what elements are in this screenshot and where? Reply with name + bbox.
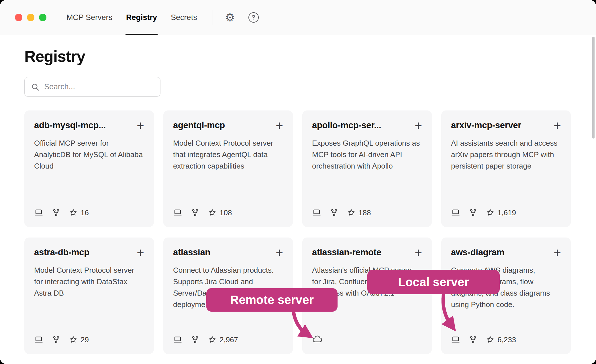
settings-button[interactable]: ⚙ [224, 11, 236, 24]
toolbar-divider [213, 10, 213, 25]
star-icon [208, 208, 217, 217]
laptop-icon [34, 335, 43, 344]
laptop-icon [173, 208, 182, 217]
traffic-lights [15, 14, 46, 21]
server-name: apollo-mcp-ser... [312, 120, 381, 130]
server-description: Model Context Protocol server for intera… [34, 264, 144, 335]
tab-mcp-servers[interactable]: MCP Servers [60, 0, 119, 35]
gear-icon: ⚙ [225, 12, 235, 23]
tab-registry[interactable]: Registry [119, 0, 164, 35]
vertical-scrollbar[interactable] [592, 37, 595, 139]
git-fork-icon [330, 208, 338, 217]
server-description: Exposes GraphQL operations as MCP tools … [312, 137, 422, 208]
local-server-callout: Local server [367, 270, 500, 294]
server-grid: adb-mysql-mcp... + Official MCP server f… [24, 110, 571, 354]
star-count: 2,967 [219, 335, 238, 344]
star-icon [486, 335, 495, 344]
close-window-button[interactable] [15, 14, 22, 21]
page-title: Registry [24, 47, 571, 66]
add-server-button[interactable]: + [554, 121, 561, 130]
server-name: arxiv-mcp-server [451, 120, 521, 130]
search-icon [31, 83, 40, 91]
server-name: atlassian [173, 247, 210, 258]
laptop-icon [312, 208, 321, 217]
git-fork-icon [191, 335, 199, 344]
card-adb-mysql-mcp[interactable]: adb-mysql-mcp... + Official MCP server f… [24, 110, 154, 227]
remote-server-callout: Remote server [206, 288, 338, 312]
server-name: agentql-mcp [173, 120, 225, 130]
tab-secrets[interactable]: Secrets [164, 0, 204, 35]
git-fork-icon [469, 208, 477, 217]
star-count: 1,619 [497, 208, 516, 217]
toolbar: MCP Servers Registry Secrets ⚙ ? [0, 0, 596, 35]
search-input[interactable] [44, 82, 154, 91]
card-agentql-mcp[interactable]: agentql-mcp + Model Context Protocol ser… [163, 110, 293, 227]
git-fork-icon [191, 208, 199, 217]
main-nav: MCP Servers Registry Secrets [60, 0, 204, 35]
laptop-icon [451, 208, 460, 217]
laptop-icon [451, 335, 460, 344]
star-count: 188 [358, 208, 371, 217]
add-server-button[interactable]: + [276, 121, 283, 130]
add-server-button[interactable]: + [276, 248, 283, 257]
star-count: 108 [219, 208, 232, 217]
star-count: 29 [81, 335, 89, 344]
git-fork-icon [52, 335, 60, 344]
card-arxiv-mcp-server[interactable]: arxiv-mcp-server + AI assistants search … [441, 110, 571, 227]
help-button[interactable]: ? [247, 11, 260, 24]
star-count: 6,233 [497, 335, 516, 344]
zoom-window-button[interactable] [39, 14, 46, 21]
git-fork-icon [52, 208, 60, 217]
add-server-button[interactable]: + [137, 121, 144, 130]
laptop-icon [173, 335, 182, 344]
laptop-icon [34, 208, 43, 217]
star-icon [208, 335, 217, 344]
search-box [24, 77, 160, 97]
star-icon [69, 208, 78, 217]
card-astra-db-mcp[interactable]: astra-db-mcp + Model Context Protocol se… [24, 238, 154, 354]
server-name: astra-db-mcp [34, 247, 89, 258]
app-window: MCP Servers Registry Secrets ⚙ ? Registr… [0, 0, 596, 364]
star-icon [69, 335, 78, 344]
star-count: 16 [81, 208, 89, 217]
star-icon [486, 208, 495, 217]
server-description: Model Context Protocol server that integ… [173, 137, 283, 208]
minimize-window-button[interactable] [27, 14, 34, 21]
server-name: aws-diagram [451, 247, 504, 258]
server-description: AI assistants search and access arXiv pa… [451, 137, 561, 208]
card-aws-diagram[interactable]: aws-diagram + Generate AWS diagrams, seq… [441, 238, 571, 354]
git-fork-icon [469, 335, 477, 344]
add-server-button[interactable]: + [415, 121, 422, 130]
card-apollo-mcp-server[interactable]: apollo-mcp-ser... + Exposes GraphQL oper… [302, 110, 432, 227]
add-server-button[interactable]: + [137, 248, 144, 257]
server-description: Official MCP server for AnalyticDB for M… [34, 137, 144, 208]
server-name: adb-mysql-mcp... [34, 120, 106, 130]
help-icon: ? [248, 12, 259, 23]
cloud-icon [312, 334, 322, 344]
server-name: atlassian-remote [312, 247, 381, 258]
add-server-button[interactable]: + [554, 248, 561, 257]
add-server-button[interactable]: + [415, 248, 422, 257]
star-icon [347, 208, 356, 217]
